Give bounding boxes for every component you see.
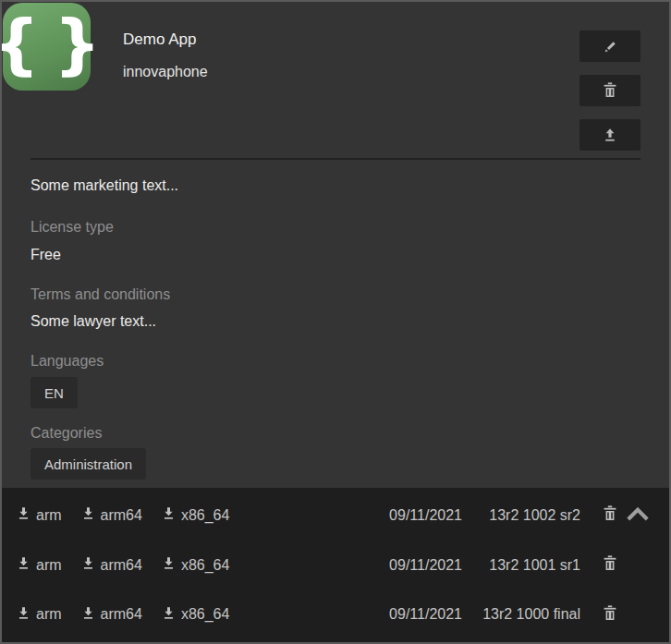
release-version: 13r2 1002 sr2 bbox=[475, 507, 580, 524]
chevron-up-icon bbox=[625, 507, 651, 524]
license-type-label: License type bbox=[30, 219, 114, 236]
release-date: 09/11/2021 bbox=[373, 606, 462, 623]
terms-label: Terms and conditions bbox=[30, 286, 170, 303]
brace-left-glyph: { bbox=[0, 0, 40, 93]
upload-icon bbox=[603, 128, 617, 142]
trash-icon bbox=[603, 82, 617, 99]
download-link[interactable]: x86_64 bbox=[162, 606, 230, 624]
download-link[interactable]: arm64 bbox=[81, 606, 142, 624]
download-link[interactable]: x86_64 bbox=[162, 506, 230, 524]
languages-label: Languages bbox=[30, 353, 104, 370]
categories-label: Categories bbox=[30, 425, 102, 442]
download-link[interactable]: arm bbox=[17, 506, 62, 524]
download-link[interactable]: arm bbox=[17, 606, 62, 624]
trash-icon bbox=[603, 555, 617, 575]
pencil-icon bbox=[603, 39, 618, 55]
download-label: arm bbox=[36, 606, 62, 623]
marketing-text: Some marketing text... bbox=[30, 177, 178, 194]
download-label: arm64 bbox=[101, 507, 142, 524]
release-date: 09/11/2021 bbox=[373, 507, 462, 524]
language-chip-en[interactable]: EN bbox=[30, 377, 78, 408]
download-label: x86_64 bbox=[181, 557, 230, 574]
download-icon bbox=[162, 556, 176, 574]
release-list: arm arm64 x86_64 bbox=[2, 488, 669, 642]
download-icon bbox=[162, 506, 176, 524]
upload-button[interactable] bbox=[580, 119, 640, 151]
download-link[interactable]: arm bbox=[17, 556, 62, 574]
download-icon bbox=[81, 506, 95, 524]
brace-right-glyph: } bbox=[54, 0, 101, 93]
trash-icon bbox=[603, 505, 617, 525]
download-label: x86_64 bbox=[181, 507, 230, 524]
header-text: Demo App innovaphone bbox=[123, 30, 208, 81]
chevron-slot bbox=[617, 507, 658, 524]
delete-release-button[interactable] bbox=[603, 605, 617, 625]
app-vendor: innovaphone bbox=[123, 63, 208, 81]
chevron-slot bbox=[617, 557, 658, 574]
download-label: arm bbox=[36, 507, 62, 524]
download-icon bbox=[162, 606, 176, 624]
download-label: arm64 bbox=[101, 557, 142, 574]
terms-value: Some lawyer text... bbox=[30, 313, 156, 330]
download-link[interactable]: x86_64 bbox=[162, 556, 230, 574]
download-group: arm arm64 x86_64 bbox=[17, 606, 229, 624]
categories-chip-row: Administration bbox=[30, 448, 146, 480]
download-link[interactable]: arm64 bbox=[81, 506, 142, 524]
download-icon bbox=[17, 556, 30, 574]
download-icon bbox=[17, 606, 30, 624]
header-actions bbox=[580, 30, 640, 151]
download-icon bbox=[17, 506, 30, 524]
release-row: arm arm64 x86_64 bbox=[2, 589, 669, 639]
release-version: 13r2 1001 sr1 bbox=[475, 557, 580, 574]
collapse-button[interactable] bbox=[625, 507, 651, 524]
header-divider bbox=[30, 158, 640, 160]
edit-button[interactable] bbox=[580, 30, 640, 62]
download-group: arm arm64 x86_64 bbox=[17, 506, 229, 524]
delete-release-button[interactable] bbox=[603, 505, 617, 525]
release-row: arm arm64 x86_64 bbox=[2, 541, 669, 590]
release-row: arm arm64 x86_64 bbox=[2, 491, 669, 541]
download-link[interactable]: arm64 bbox=[81, 556, 142, 574]
trash-icon bbox=[603, 605, 617, 625]
category-chip-administration[interactable]: Administration bbox=[30, 448, 146, 480]
license-type-value: Free bbox=[30, 247, 61, 263]
release-version: 13r2 1000 final bbox=[475, 606, 580, 623]
delete-button[interactable] bbox=[580, 75, 640, 106]
download-icon bbox=[81, 556, 95, 574]
chevron-slot bbox=[617, 606, 658, 623]
download-label: arm bbox=[36, 557, 62, 574]
app-detail-window: { } Demo App innovaphone bbox=[0, 0, 671, 644]
app-icon: { } bbox=[3, 3, 91, 91]
languages-chip-row: EN bbox=[30, 377, 78, 408]
download-group: arm arm64 x86_64 bbox=[17, 556, 229, 574]
app-title: Demo App bbox=[123, 30, 208, 49]
download-icon bbox=[81, 606, 95, 624]
download-label: arm64 bbox=[101, 606, 142, 623]
release-date: 09/11/2021 bbox=[373, 557, 462, 574]
download-label: x86_64 bbox=[181, 606, 230, 623]
delete-release-button[interactable] bbox=[603, 555, 617, 575]
